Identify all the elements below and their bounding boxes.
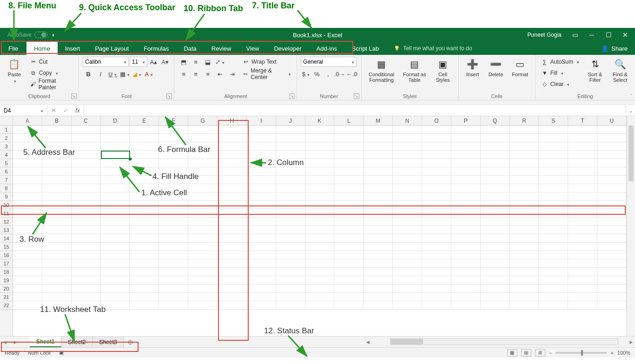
tab-scriptlab[interactable]: Script Lab (344, 42, 387, 55)
cell-styles-button[interactable]: ▣Cell Styles (431, 57, 455, 84)
autosum-button[interactable]: ∑AutoSum (539, 57, 581, 67)
align-bottom-button[interactable]: ⬓ (202, 57, 213, 67)
sheet-nav-next[interactable]: ► (10, 337, 20, 347)
row-header-4[interactable]: 4 (0, 151, 13, 159)
zoom-out-button[interactable]: − (549, 350, 552, 356)
row-header-9[interactable]: 9 (0, 192, 13, 201)
decrease-decimal-button[interactable]: ←.0 (346, 69, 357, 79)
cut-button[interactable]: ✂Cut (28, 57, 75, 67)
fill-button[interactable]: ▼Fill (539, 68, 581, 78)
col-header-G[interactable]: G (188, 116, 218, 125)
align-middle-button[interactable]: ≡ (190, 57, 201, 67)
tab-review[interactable]: Review (204, 42, 239, 55)
align-right-button[interactable]: ≡ (202, 69, 213, 79)
qat-dropdown[interactable]: ▾ (52, 33, 54, 38)
font-color-button[interactable]: A (143, 69, 154, 79)
row-header-20[interactable]: 20 (0, 285, 13, 293)
dialog-launcher-icon[interactable]: ↘ (289, 93, 295, 99)
tab-file[interactable]: File (0, 42, 26, 55)
row-header-11[interactable]: 11 (0, 209, 13, 218)
row-header-22[interactable]: 22 (0, 301, 13, 310)
format-painter-button[interactable]: 🖌Format Painter (28, 79, 75, 89)
share-button[interactable]: 👤Share (594, 42, 635, 55)
tab-developer[interactable]: Developer (266, 42, 309, 55)
tab-formulas[interactable]: Formulas (136, 42, 176, 55)
fx-icon[interactable]: fx (72, 107, 84, 114)
tab-page-layout[interactable]: Page Layout (87, 42, 136, 55)
col-header-H[interactable]: H (218, 116, 247, 125)
col-header-J[interactable]: J (276, 116, 305, 125)
col-header-C[interactable]: C (72, 116, 101, 125)
row-header-12[interactable]: 12 (0, 218, 13, 226)
increase-indent-button[interactable]: ⇥ (226, 69, 238, 79)
find-select-button[interactable]: 🔍Find & Select (609, 57, 631, 84)
row-header-19[interactable]: 19 (0, 276, 13, 285)
percent-button[interactable]: % (312, 69, 322, 79)
col-header-N[interactable]: N (393, 116, 422, 125)
comma-button[interactable]: , (323, 69, 333, 79)
format-cells-button[interactable]: ▭Format (509, 57, 531, 78)
page-layout-view-button[interactable]: ▤ (521, 349, 531, 357)
italic-button[interactable]: I (95, 69, 106, 79)
sort-filter-button[interactable]: ⇅Sort & Filter (584, 57, 606, 84)
merge-center-button[interactable]: ⇿Merge & Center (240, 69, 293, 79)
col-header-A[interactable]: A (13, 116, 42, 125)
col-header-D[interactable]: D (101, 116, 130, 125)
sheet-tab-1[interactable]: Sheet1 (30, 337, 61, 347)
tab-data[interactable]: Data (176, 42, 204, 55)
ribbon-options-icon[interactable]: ▭ (572, 32, 578, 38)
increase-decimal-button[interactable]: .0→ (334, 69, 345, 79)
delete-cells-button[interactable]: ➖Delete (486, 57, 506, 78)
hscroll-right[interactable]: ► (628, 337, 635, 347)
tell-me-search[interactable]: Tell me what you want to do (394, 42, 472, 55)
autosave-toggle[interactable]: AutoSave (7, 32, 47, 38)
row-header-13[interactable]: 13 (0, 226, 13, 234)
format-as-table-button[interactable]: ▤Format as Table (401, 57, 429, 84)
name-box[interactable]: D4 (0, 105, 47, 116)
clear-button[interactable]: ◇Clear (539, 79, 581, 89)
col-header-F[interactable]: F (159, 116, 188, 125)
maximize-button[interactable]: ☐ (605, 32, 612, 38)
dialog-launcher-icon[interactable]: ↘ (354, 93, 359, 99)
col-header-P[interactable]: P (451, 116, 481, 125)
wrap-text-button[interactable]: ↩Wrap Text (240, 57, 293, 67)
col-header-B[interactable]: B (42, 116, 72, 125)
underline-button[interactable]: U (107, 69, 118, 79)
row-header-3[interactable]: 3 (0, 142, 13, 151)
sheet-tab-3[interactable]: Sheet3 (93, 337, 124, 347)
zoom-in-button[interactable]: + (610, 350, 613, 356)
expand-formula-bar[interactable]: ⌄ (626, 105, 635, 116)
fill-color-button[interactable]: ◢ (131, 69, 142, 79)
bold-button[interactable]: B (83, 69, 94, 79)
sheet-nav-prev[interactable]: ◄ (0, 337, 10, 347)
fill-handle[interactable] (129, 158, 132, 160)
align-center-button[interactable]: ≡ (190, 69, 201, 79)
font-name-select[interactable]: Calibri (83, 57, 128, 67)
col-header-U[interactable]: U (597, 116, 627, 125)
row-header-5[interactable]: 5 (0, 159, 13, 167)
row-header-6[interactable]: 6 (0, 167, 13, 176)
collapse-ribbon-button[interactable]: ˇ (630, 93, 632, 99)
col-header-L[interactable]: L (334, 116, 364, 125)
minimize-button[interactable]: ─ (589, 32, 595, 38)
align-top-button[interactable]: ⬒ (178, 57, 189, 67)
row-header-15[interactable]: 15 (0, 243, 13, 251)
col-header-M[interactable]: M (364, 116, 393, 125)
normal-view-button[interactable]: ▦ (507, 349, 517, 357)
col-header-O[interactable]: O (422, 116, 451, 125)
row-header-21[interactable]: 21 (0, 293, 13, 301)
page-break-view-button[interactable]: ⊞ (535, 349, 545, 357)
select-all-corner[interactable] (0, 116, 13, 126)
zoom-slider[interactable] (556, 352, 607, 354)
row-header-1[interactable]: 1 (0, 126, 13, 134)
row-header-8[interactable]: 8 (0, 184, 13, 192)
row-header-14[interactable]: 14 (0, 234, 13, 243)
align-left-button[interactable]: ≡ (178, 69, 189, 79)
col-header-Q[interactable]: Q (481, 116, 510, 125)
paste-button[interactable]: 📋Paste (4, 57, 25, 85)
col-header-T[interactable]: T (568, 116, 597, 125)
macro-record-icon[interactable]: ▣ (59, 350, 64, 356)
cancel-formula-button[interactable]: ✕ (47, 107, 60, 114)
add-sheet-button[interactable]: ⊕ (124, 337, 137, 347)
conditional-formatting-button[interactable]: ▦Conditional Formatting (365, 57, 398, 84)
